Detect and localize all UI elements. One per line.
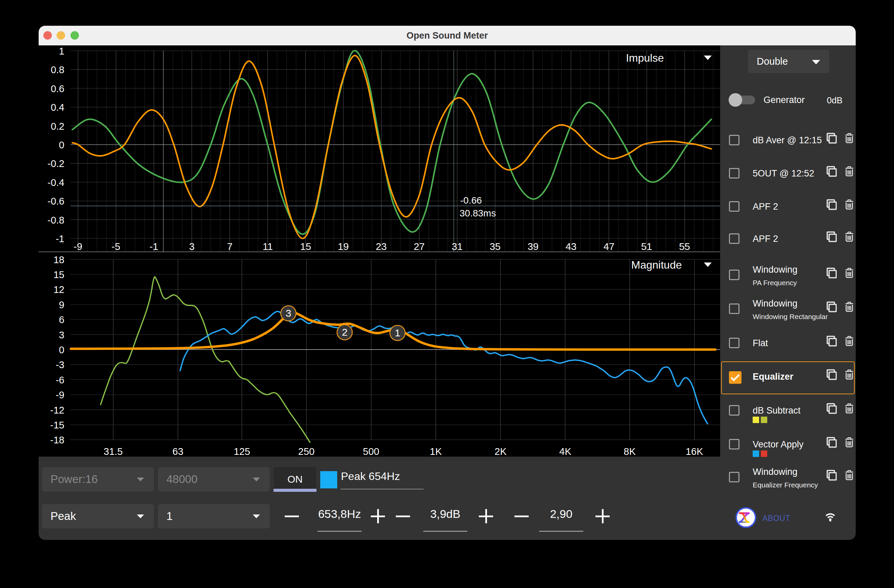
svg-text:125: 125	[234, 446, 250, 457]
svg-text:-0.6: -0.6	[47, 196, 64, 207]
svg-text:16K: 16K	[686, 446, 703, 457]
svg-text:9: 9	[59, 299, 64, 310]
svg-text:6: 6	[59, 314, 64, 325]
svg-text:3: 3	[59, 330, 64, 341]
svg-text:0.6: 0.6	[51, 83, 64, 94]
svg-text:-0.2: -0.2	[47, 158, 64, 169]
svg-text:19: 19	[338, 241, 349, 252]
svg-text:3: 3	[189, 241, 195, 252]
svg-text:2: 2	[342, 327, 348, 338]
svg-text:-9: -9	[74, 241, 82, 252]
svg-text:2K: 2K	[494, 446, 507, 457]
svg-text:-3: -3	[56, 359, 64, 370]
svg-text:0.2: 0.2	[51, 121, 64, 132]
svg-text:12: 12	[54, 284, 64, 295]
svg-text:0.8: 0.8	[51, 64, 64, 75]
svg-text:51: 51	[641, 241, 652, 252]
svg-text:30.83ms: 30.83ms	[459, 208, 496, 219]
svg-text:3: 3	[286, 308, 291, 319]
svg-text:7: 7	[227, 241, 233, 252]
svg-text:15: 15	[54, 269, 64, 280]
svg-text:0: 0	[59, 140, 64, 151]
svg-text:8K: 8K	[624, 446, 636, 457]
svg-text:-1: -1	[56, 234, 64, 244]
svg-text:4K: 4K	[559, 446, 571, 457]
svg-text:15: 15	[300, 241, 311, 252]
svg-text:18: 18	[54, 254, 64, 265]
svg-text:-12: -12	[50, 405, 64, 416]
svg-text:31.5: 31.5	[104, 446, 123, 457]
svg-text:55: 55	[679, 241, 690, 252]
svg-text:1: 1	[59, 46, 64, 57]
svg-text:-5: -5	[112, 241, 120, 252]
svg-text:47: 47	[604, 241, 615, 252]
svg-text:11: 11	[263, 241, 273, 252]
svg-text:63: 63	[172, 446, 183, 457]
svg-text:-15: -15	[50, 420, 64, 431]
svg-text:Magnitude: Magnitude	[631, 259, 682, 271]
svg-text:35: 35	[490, 241, 501, 252]
svg-text:39: 39	[528, 241, 539, 252]
svg-text:-0.8: -0.8	[47, 215, 64, 226]
svg-text:500: 500	[363, 446, 379, 457]
svg-text:-18: -18	[50, 434, 64, 445]
svg-text:0: 0	[59, 344, 64, 355]
svg-text:0.4: 0.4	[51, 102, 64, 113]
svg-text:-0.4: -0.4	[47, 177, 64, 188]
svg-text:1K: 1K	[430, 446, 442, 457]
svg-text:Impulse: Impulse	[626, 52, 664, 64]
svg-text:43: 43	[566, 241, 577, 252]
svg-text:1: 1	[395, 327, 400, 338]
svg-text:27: 27	[414, 241, 424, 252]
svg-text:31: 31	[452, 241, 463, 252]
svg-text:23: 23	[376, 241, 387, 252]
svg-text:250: 250	[298, 446, 314, 457]
svg-text:-0.66: -0.66	[460, 195, 482, 206]
svg-text:-6: -6	[56, 375, 64, 386]
svg-text:-1: -1	[150, 241, 158, 252]
svg-text:-9: -9	[56, 389, 64, 400]
